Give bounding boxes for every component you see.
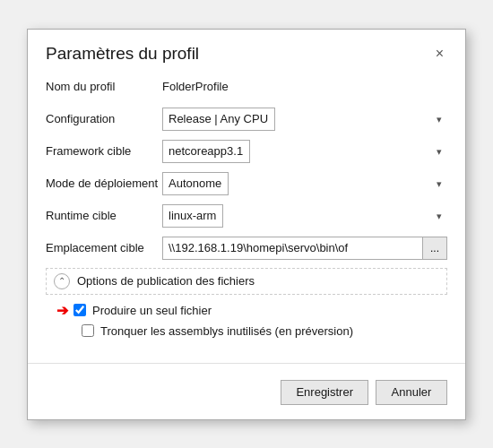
deployment-row: Mode de déploiement Autonome bbox=[46, 171, 447, 196]
close-button[interactable]: × bbox=[432, 45, 447, 63]
deployment-select[interactable]: Autonome bbox=[162, 172, 229, 195]
framework-select[interactable]: netcoreapp3.1 bbox=[162, 140, 250, 163]
trim-assemblies-checkbox[interactable] bbox=[82, 324, 94, 337]
deployment-select-wrapper: Autonome bbox=[162, 172, 447, 195]
runtime-label: Runtime cible bbox=[46, 209, 162, 222]
configuration-select-wrapper: Release | Any CPU bbox=[162, 108, 447, 131]
cancel-button[interactable]: Annuler bbox=[376, 380, 447, 405]
configuration-select[interactable]: Release | Any CPU bbox=[162, 108, 275, 131]
runtime-select[interactable]: linux-arm bbox=[162, 204, 223, 228]
dialog-title: Paramètres du profil bbox=[46, 44, 199, 64]
framework-row: Framework cible netcoreapp3.1 bbox=[46, 139, 447, 164]
configuration-label: Configuration bbox=[46, 112, 162, 125]
dialog-footer: Enregistrer Annuler bbox=[28, 373, 465, 419]
deployment-label: Mode de déploiement bbox=[46, 177, 162, 190]
profile-settings-dialog: Paramètres du profil × Nom du profil Fol… bbox=[27, 29, 466, 420]
footer-divider bbox=[28, 363, 465, 364]
trim-assemblies-label[interactable]: Tronquer les assemblys inutilisés (en pr… bbox=[100, 324, 353, 338]
framework-label: Framework cible bbox=[46, 144, 162, 158]
profile-name-row: Nom du profil FolderProfile bbox=[46, 74, 447, 99]
profile-name-value: FolderProfile bbox=[162, 80, 229, 93]
location-browse-button[interactable]: ... bbox=[422, 237, 447, 260]
single-file-row: ➔ Produire un seul fichier bbox=[46, 302, 447, 319]
configuration-row: Configuration Release | Any CPU bbox=[46, 107, 447, 132]
chevron-up-icon: ⌃ bbox=[54, 273, 70, 289]
profile-name-label: Nom du profil bbox=[46, 80, 162, 93]
location-input[interactable] bbox=[162, 237, 422, 260]
framework-select-wrapper: netcoreapp3.1 bbox=[162, 140, 447, 163]
runtime-select-wrapper: linux-arm bbox=[162, 204, 447, 228]
arrow-icon: ➔ bbox=[56, 302, 68, 319]
title-bar: Paramètres du profil × bbox=[28, 30, 465, 71]
form-body: Nom du profil FolderProfile Configuratio… bbox=[28, 71, 465, 354]
publish-options-label: Options de publication des fichiers bbox=[77, 274, 255, 288]
trim-assemblies-row: Tronquer les assemblys inutilisés (en pr… bbox=[46, 324, 447, 338]
single-file-checkbox[interactable] bbox=[74, 304, 86, 316]
runtime-row: Runtime cible linux-arm bbox=[46, 203, 447, 228]
location-label: Emplacement cible bbox=[46, 241, 162, 254]
publish-options-section[interactable]: ⌃ Options de publication des fichiers bbox=[46, 268, 447, 295]
save-button[interactable]: Enregistrer bbox=[281, 380, 368, 405]
single-file-label[interactable]: Produire un seul fichier bbox=[92, 304, 212, 317]
location-row: Emplacement cible ... bbox=[46, 236, 447, 261]
